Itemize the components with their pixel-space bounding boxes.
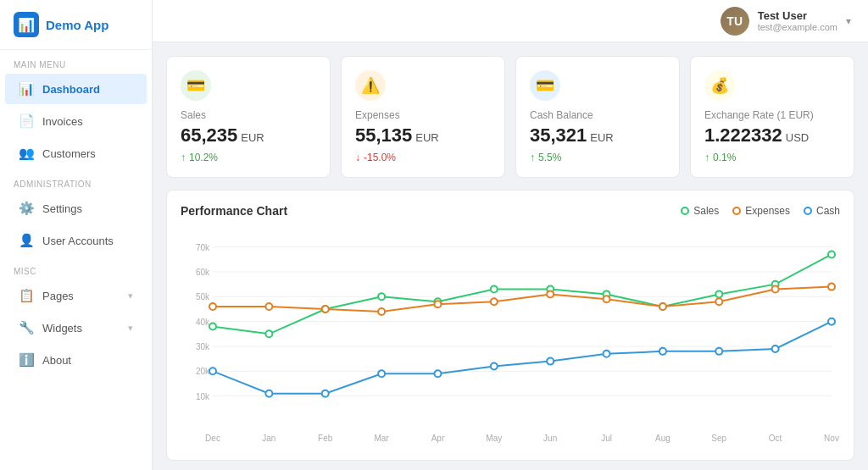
svg-text:Feb: Feb [318, 434, 333, 443]
chevron-down-icon: ▾ [128, 323, 133, 334]
kpi-card-exchange-rate: 💰 Exchange Rate (1 EUR) 1.222332USD ↑ 0.… [690, 56, 854, 178]
kpi-change-cash-balance: ↑ 5.5% [530, 152, 665, 163]
svg-text:Jul: Jul [601, 434, 612, 443]
svg-text:10k: 10k [196, 392, 210, 401]
performance-chart-card: Performance Chart Sales Expenses Cash [166, 190, 854, 461]
kpi-label-expenses: Expenses [355, 109, 491, 121]
legend-label-sales: Sales [693, 205, 719, 217]
svg-point-49 [828, 284, 835, 290]
widgets-icon: 🔧 [19, 320, 34, 335]
kpi-card-sales: 💳 Sales 65,235EUR ↑ 10.2% [166, 56, 331, 178]
svg-point-35 [715, 290, 722, 297]
admin-label: Administration [0, 169, 152, 192]
svg-text:50k: 50k [196, 292, 210, 301]
legend-dot-cash [804, 207, 812, 215]
svg-text:May: May [486, 434, 502, 443]
sidebar-item-label: Invoices [42, 115, 83, 128]
arrow-up-icon: ↑ [181, 152, 186, 163]
chart-header: Performance Chart Sales Expenses Cash [181, 204, 840, 218]
svg-point-58 [659, 348, 666, 355]
svg-point-50 [209, 368, 216, 374]
sidebar-item-settings[interactable]: ⚙️ Settings [5, 193, 147, 224]
svg-text:Jun: Jun [543, 434, 557, 443]
kpi-icon-expenses: ⚠️ [355, 70, 386, 101]
user-menu[interactable]: TU Test User test@example.com ▾ [721, 7, 851, 36]
svg-text:Mar: Mar [374, 434, 389, 443]
kpi-label-cash-balance: Cash Balance [530, 109, 665, 121]
about-icon: ℹ️ [19, 352, 34, 368]
sidebar-item-dashboard[interactable]: 📊 Dashboard [5, 74, 147, 104]
kpi-change-sales: ↑ 10.2% [181, 152, 316, 163]
kpi-icon-cash-balance: 💳 [530, 70, 560, 101]
logo-icon: 📊 [14, 12, 39, 37]
invoices-icon: 📄 [19, 113, 34, 129]
kpi-icon-exchange-rate: 💰 [704, 70, 735, 101]
sidebar-item-invoices[interactable]: 📄 Invoices [5, 106, 147, 136]
sidebar-item-label: Pages [42, 290, 74, 302]
kpi-label-exchange-rate: Exchange Rate (1 EUR) [704, 109, 840, 121]
kpi-card-cash-balance: 💳 Cash Balance 35,321EUR ↑ 5.5% [515, 56, 680, 178]
svg-point-41 [378, 308, 385, 315]
svg-text:Jan: Jan [262, 434, 275, 443]
kpi-value-exchange-rate: 1.222332USD [704, 124, 840, 147]
svg-text:20k: 20k [196, 367, 210, 376]
misc-label: Misc [0, 257, 152, 279]
svg-text:Dec: Dec [205, 434, 220, 443]
chart-legend: Sales Expenses Cash [681, 205, 840, 217]
svg-text:60k: 60k [196, 268, 210, 277]
kpi-change-exchange-rate: ↑ 0.1% [704, 152, 840, 163]
kpi-value-expenses: 55,135EUR [355, 124, 491, 147]
sidebar-item-pages[interactable]: 📋 Pages ▾ [5, 280, 147, 311]
sidebar-item-label: About [42, 354, 71, 367]
content-area: 💳 Sales 65,235EUR ↑ 10.2% ⚠️ Expenses 55… [153, 42, 868, 470]
kpi-value-cash-balance: 35,321EUR [530, 124, 665, 147]
chart-area: 70k60k50k40k30k20k10kDecJanFebMarAprMayJ… [181, 226, 840, 446]
svg-text:40k: 40k [196, 318, 210, 327]
arrow-up-icon: ↑ [704, 152, 709, 163]
svg-point-54 [434, 370, 441, 377]
svg-point-40 [322, 306, 329, 312]
user-accounts-icon: 👤 [19, 233, 34, 248]
sidebar-item-widgets[interactable]: 🔧 Widgets ▾ [5, 312, 147, 343]
sidebar-item-customers[interactable]: 👥 Customers [5, 138, 147, 169]
dashboard-icon: 📊 [19, 81, 34, 97]
legend-dot-expenses [732, 207, 741, 215]
user-details: Test User test@example.com [758, 9, 837, 32]
sidebar-item-about[interactable]: ℹ️ About [5, 345, 147, 375]
user-name: Test User [758, 9, 837, 22]
header: TU Test User test@example.com ▾ [153, 0, 868, 42]
app-name: Demo App [46, 18, 108, 32]
svg-point-56 [547, 358, 554, 365]
svg-point-52 [322, 390, 329, 397]
main-menu-label: Main Menu [0, 50, 152, 73]
svg-text:Oct: Oct [769, 434, 782, 443]
svg-point-37 [828, 251, 835, 257]
sidebar-item-label: Customers [42, 147, 96, 160]
kpi-value-sales: 65,235EUR [181, 124, 316, 147]
svg-point-46 [659, 303, 666, 310]
main-area: TU Test User test@example.com ▾ 💳 Sales … [153, 0, 868, 470]
svg-point-27 [265, 330, 272, 337]
svg-point-47 [715, 298, 722, 305]
svg-point-38 [209, 303, 216, 310]
legend-sales: Sales [681, 205, 719, 217]
sidebar-item-label: Settings [42, 202, 82, 215]
kpi-change-expenses: ↓ -15.0% [355, 152, 491, 163]
sidebar-item-user-accounts[interactable]: 👤 User Accounts [5, 225, 147, 256]
svg-text:70k: 70k [196, 243, 210, 252]
settings-icon: ⚙️ [19, 201, 34, 216]
svg-point-53 [378, 370, 385, 377]
svg-point-43 [491, 298, 498, 305]
legend-label-expenses: Expenses [745, 205, 790, 217]
user-menu-chevron: ▾ [846, 15, 851, 27]
svg-point-45 [604, 296, 610, 302]
legend-cash: Cash [804, 205, 840, 217]
svg-point-29 [378, 293, 385, 300]
kpi-icon-sales: 💳 [181, 70, 211, 101]
app-logo[interactable]: 📊 Demo App [0, 0, 152, 50]
kpi-row: 💳 Sales 65,235EUR ↑ 10.2% ⚠️ Expenses 55… [166, 56, 854, 178]
svg-text:Nov: Nov [824, 434, 839, 443]
svg-text:Sep: Sep [711, 434, 726, 443]
pages-icon: 📋 [19, 288, 34, 303]
svg-text:Aug: Aug [655, 434, 670, 443]
